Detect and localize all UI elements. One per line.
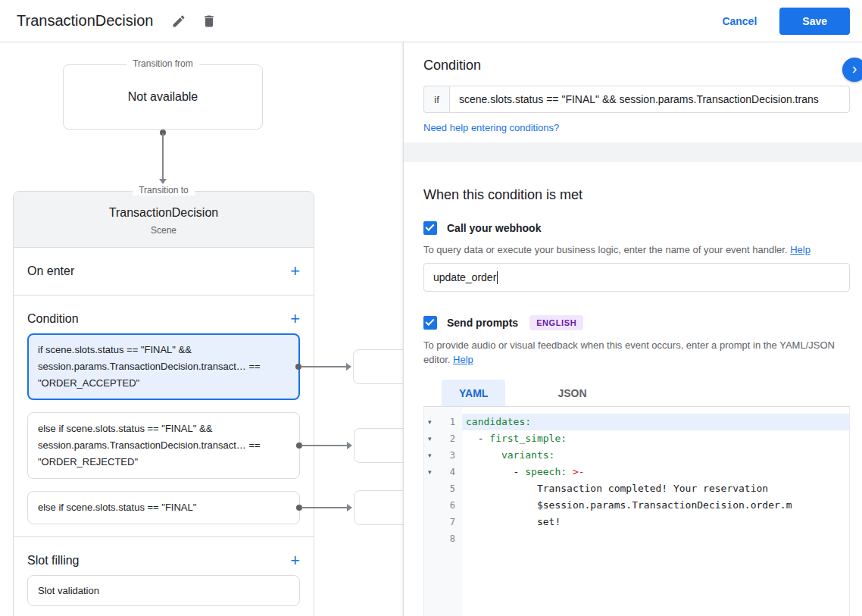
arrow-right-icon <box>347 504 352 511</box>
gutter-row: ▾1 <box>424 414 462 430</box>
webhook-input-value: update_order <box>433 271 496 283</box>
tab-json[interactable]: JSON <box>540 380 604 406</box>
scene-header[interactable]: TransactionDecision Scene <box>14 192 314 248</box>
connector <box>299 442 355 449</box>
condition-card[interactable]: else if scene.slots.status == "FINAL" <box>27 491 300 524</box>
fold-icon[interactable]: ▾ <box>428 414 437 430</box>
slot-filling-section: Slot filling + Slot validation <box>14 537 314 606</box>
code-line[interactable]: $session.params.TransactionDecision.orde… <box>462 497 849 514</box>
prompts-help-link[interactable]: Help <box>453 354 473 365</box>
transition-to-label: Transition to <box>133 185 195 195</box>
webhook-help-link[interactable]: Help <box>790 244 810 255</box>
fold-icon[interactable]: ▾ <box>428 430 437 447</box>
line-number: 1 <box>437 414 455 430</box>
line-number: 7 <box>437 514 455 530</box>
when-condition-met-section: When this condition is met Call your web… <box>404 162 862 616</box>
connector <box>299 505 355 511</box>
condition-section-label: Condition <box>27 312 79 326</box>
add-condition-button[interactable]: + <box>290 312 300 326</box>
prompts-label: Send prompts <box>447 317 518 329</box>
gutter-row: 6 <box>424 497 462 514</box>
line-number: 8 <box>437 530 455 547</box>
webhook-toggle-row: Call your webhook <box>423 221 850 235</box>
code-line[interactable]: variants: <box>462 447 849 464</box>
line-number: 5 <box>437 480 455 497</box>
connector <box>298 364 354 370</box>
connector-line <box>301 445 348 446</box>
when-met-title: When this condition is met <box>423 187 850 203</box>
code-line[interactable]: - first_simple: <box>462 430 849 447</box>
delete-icon[interactable] <box>194 6 224 36</box>
gutter-row: ▾4 <box>424 464 462 480</box>
yaml-editor: ▾1 ▾2 ▾3 ▾4 5 6 7 8 candidates: - first_… <box>423 406 850 616</box>
transition-from-content: Not available <box>128 90 198 104</box>
code-line[interactable]: set! <box>462 514 849 530</box>
chevron-right-icon: › <box>852 60 857 77</box>
edit-icon[interactable] <box>164 6 194 36</box>
collapse-panel-button[interactable]: › <box>842 58 862 82</box>
on-enter-label: On enter <box>27 264 74 278</box>
add-slot-button[interactable]: + <box>290 554 300 568</box>
panel-title: Condition <box>423 58 850 73</box>
code-line[interactable] <box>462 530 849 547</box>
gutter-row: ▾2 <box>424 430 462 447</box>
webhook-description: To query data or execute your business l… <box>423 242 848 257</box>
condition-expression-input[interactable] <box>449 86 850 113</box>
code-line[interactable]: Transaction completed! Your reservation <box>462 480 849 497</box>
condition-section: Condition + if scene.slots.status == "FI… <box>14 295 314 537</box>
prompts-description: To provide audio or visual feedback when… <box>423 338 848 367</box>
cancel-button[interactable]: Cancel <box>722 15 757 27</box>
condition-card-text: if scene.slots.status == "FINAL" && sess… <box>38 344 261 389</box>
editor-tabs: YAML JSON <box>423 380 850 406</box>
line-number: 3 <box>437 447 455 464</box>
save-button[interactable]: Save <box>779 8 850 35</box>
prompts-checkbox[interactable] <box>423 316 437 330</box>
webhook-label: Call your webhook <box>447 222 541 234</box>
arrow-right-icon <box>347 442 352 449</box>
trash-icon <box>201 14 217 29</box>
condition-card-text: else if scene.slots.status == "FINAL" &&… <box>38 423 261 467</box>
condition-input-group: if <box>423 86 850 113</box>
arrow-right-icon <box>346 363 351 371</box>
condition-card-text: else if scene.slots.status == "FINAL" <box>38 502 196 513</box>
pencil-icon <box>171 14 186 29</box>
conditions-help-link[interactable]: Need help entering conditions? <box>423 122 559 133</box>
text-cursor <box>497 271 498 284</box>
transition-from-box[interactable]: Transition from Not available <box>63 64 263 130</box>
main-area: Transition from Not available Transition… <box>0 42 862 616</box>
webhook-input[interactable]: update_order <box>423 263 850 292</box>
on-enter-section: On enter + <box>14 248 314 295</box>
fold-icon[interactable]: ▾ <box>428 447 437 464</box>
top-bar: TransactionDecision Cancel Save <box>0 0 862 42</box>
condition-details-panel: Condition › if Need help entering condit… <box>403 42 862 616</box>
editor-code-area[interactable]: candidates: - first_simple: variants: - … <box>462 407 849 616</box>
connector-line <box>301 507 348 508</box>
condition-card[interactable]: if scene.slots.status == "FINAL" && sess… <box>27 333 300 400</box>
connector-line <box>162 133 164 179</box>
scene-subtitle: Scene <box>14 225 314 236</box>
condition-editor-section: Condition › if Need help entering condit… <box>404 42 862 142</box>
gutter-row: ▾3 <box>424 447 462 464</box>
code-line[interactable]: candidates: <box>462 414 849 430</box>
page-title: TransactionDecision <box>17 12 153 30</box>
code-line[interactable]: - speech: >- <box>462 464 849 480</box>
connector-line <box>301 366 347 367</box>
gutter-row: 8 <box>424 530 462 547</box>
slot-validation-card[interactable]: Slot validation <box>27 575 300 606</box>
webhook-checkbox[interactable] <box>423 221 437 235</box>
line-number: 2 <box>437 430 455 447</box>
slot-filling-label: Slot filling <box>27 554 79 568</box>
editor-gutter: ▾1 ▾2 ▾3 ▾4 5 6 7 8 <box>424 407 462 616</box>
fold-icon[interactable]: ▾ <box>428 464 437 480</box>
tab-yaml[interactable]: YAML <box>442 380 505 406</box>
if-label: if <box>423 86 449 113</box>
condition-card[interactable]: else if scene.slots.status == "FINAL" &&… <box>27 412 300 479</box>
scene-title: TransactionDecision <box>14 206 314 220</box>
add-on-enter-button[interactable]: + <box>290 264 300 278</box>
gutter-row: 5 <box>424 480 462 497</box>
arrow-down-icon <box>159 179 167 184</box>
transition-to-box: Transition to TransactionDecision Scene … <box>13 191 314 616</box>
line-number: 4 <box>437 464 455 480</box>
prompts-toggle-row: Send prompts ENGLISH <box>423 315 850 330</box>
transition-from-label: Transition from <box>126 58 199 69</box>
